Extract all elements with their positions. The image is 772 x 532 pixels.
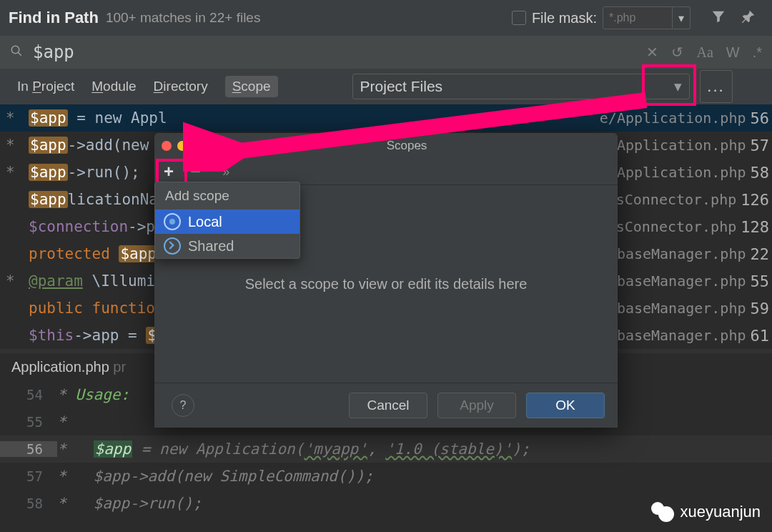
add-scope-menu: Add scope Local Shared (154, 182, 300, 259)
cancel-button[interactable]: Cancel (349, 393, 427, 418)
result-row[interactable]: * $app = new Appl e/Application.php 56 (0, 104, 772, 132)
code-line: 56 * $app = new Application('myapp', '1.… (0, 435, 772, 463)
file-mask-dropdown[interactable]: ▾ (673, 6, 691, 29)
dialog-footer: ? Cancel Apply OK (154, 383, 618, 428)
search-bar: $app ✕ ↺ Aa W .* (0, 36, 772, 69)
add-scope-button[interactable]: + (159, 162, 179, 182)
menu-item-shared[interactable]: Shared (155, 234, 300, 258)
tab-project[interactable]: In Project (17, 79, 74, 94)
regex-icon[interactable]: .* (753, 44, 762, 61)
browse-scopes-button[interactable]: ... (700, 70, 733, 103)
scope-row: In Project Module Directory Scope Projec… (0, 69, 772, 104)
window-title: Find in Path (9, 9, 99, 27)
menu-title: Add scope (155, 182, 300, 210)
match-count: 100+ matches in 22+ files (106, 10, 261, 26)
tab-module[interactable]: Module (91, 79, 136, 94)
match-case-icon[interactable]: Aa (696, 44, 713, 61)
menu-item-local[interactable]: Local (155, 210, 300, 234)
dialog-titlebar: Scopes (154, 133, 618, 159)
watermark: xueyuanjun (651, 502, 761, 522)
apply-button[interactable]: Apply (437, 393, 516, 418)
ok-button[interactable]: OK (526, 393, 605, 418)
search-input[interactable]: $app (33, 42, 633, 62)
scopes-dialog: Scopes + − » Select a scope to view or e… (154, 133, 618, 428)
words-icon[interactable]: W (726, 44, 740, 61)
close-icon[interactable] (162, 141, 172, 151)
svg-line-1 (18, 52, 21, 56)
tab-scope[interactable]: Scope (225, 76, 278, 97)
wechat-icon (651, 502, 676, 522)
titlebar: Find in Path 100+ matches in 22+ files F… (0, 0, 772, 36)
file-mask-label: File mask: (532, 10, 597, 26)
clear-icon[interactable]: ✕ (646, 44, 658, 61)
pin-icon[interactable] (741, 9, 756, 28)
dialog-title: Scopes (203, 139, 610, 153)
file-mask-field[interactable]: *.php (603, 6, 673, 29)
code-line: 57 * $app->add(new SimpleCommand()); (0, 463, 772, 490)
filter-icon[interactable] (711, 9, 726, 28)
zoom-icon[interactable] (193, 141, 203, 151)
expand-icon[interactable]: » (222, 164, 229, 179)
minimize-icon[interactable] (177, 141, 187, 151)
tab-directory[interactable]: Directory (154, 79, 208, 94)
file-mask-checkbox[interactable] (512, 11, 526, 25)
shared-scope-icon (164, 237, 181, 255)
history-icon[interactable]: ↺ (671, 44, 683, 61)
local-scope-icon (164, 213, 181, 230)
remove-scope-button[interactable]: − (190, 161, 201, 183)
scope-select[interactable]: Project Files (352, 74, 690, 99)
svg-point-0 (11, 46, 19, 54)
help-button[interactable]: ? (172, 394, 194, 417)
search-icon (10, 44, 23, 61)
